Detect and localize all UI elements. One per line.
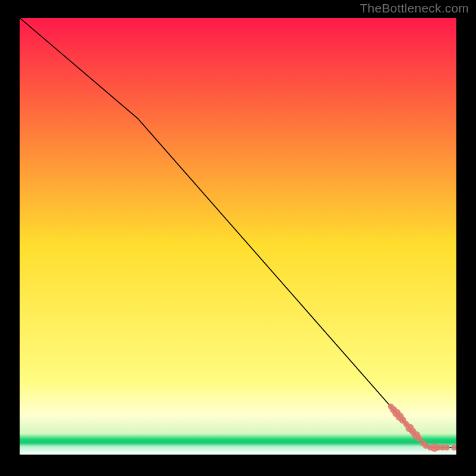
watermark-text: TheBottleneck.com (360, 1, 469, 15)
plot-area (20, 18, 456, 455)
gradient-background (20, 18, 456, 455)
chart-container: TheBottleneck.com (0, 0, 476, 476)
chart-svg (20, 18, 456, 455)
data-point (444, 444, 450, 450)
